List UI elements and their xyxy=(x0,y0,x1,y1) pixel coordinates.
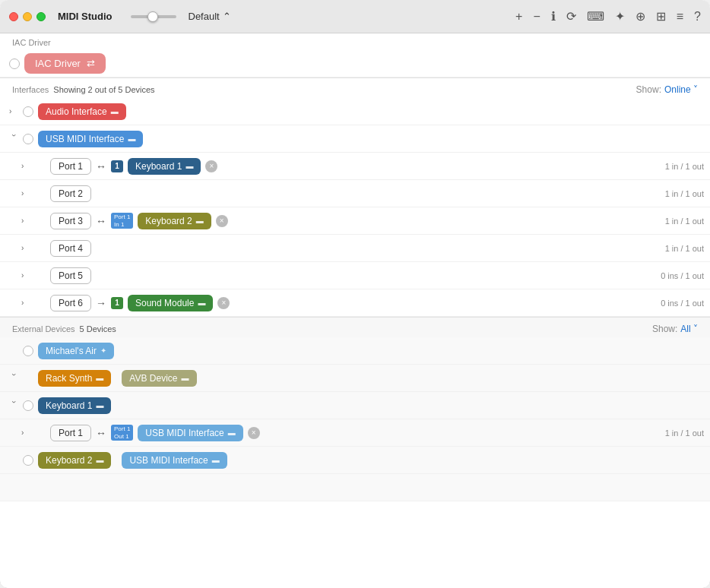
keyboard1-external-chevron[interactable]: › xyxy=(10,401,18,410)
keyboard2-toggle[interactable] xyxy=(23,455,33,466)
audio-interface-icon: ▬ xyxy=(111,107,119,115)
audio-interface-label: Audio Interface xyxy=(46,106,107,117)
usb-midi-kb2-badge[interactable]: USB MIDI Interface ▬ xyxy=(122,452,227,469)
rack-synth-chevron[interactable]: › xyxy=(10,374,18,383)
iac-driver-toggle[interactable] xyxy=(9,58,20,69)
port1-chevron[interactable]: › xyxy=(21,162,30,170)
help-icon[interactable]: ? xyxy=(694,10,701,24)
interfaces-label: Interfaces xyxy=(12,85,49,94)
audio-interface-toggle[interactable] xyxy=(23,106,33,117)
keyboard2-label: Keyboard 2 xyxy=(145,216,192,226)
port4-io: 1 in / 1 out xyxy=(665,244,704,253)
keyboard1-badge[interactable]: Keyboard 1 ▬ xyxy=(128,158,201,175)
audio-interface-badge[interactable]: Audio Interface ▬ xyxy=(38,103,126,120)
maximize-button[interactable] xyxy=(36,12,46,21)
iac-driver-badge[interactable]: IAC Driver ⇄ xyxy=(24,53,106,74)
port3-arrow: ↔ xyxy=(96,215,106,227)
avb-device-badge[interactable]: AVB Device ▬ xyxy=(122,370,196,387)
keyboard-icon[interactable]: ⌨ xyxy=(587,9,604,24)
keyboard1-external-label: Keyboard 1 xyxy=(46,400,92,411)
port4-chevron[interactable]: › xyxy=(21,244,30,252)
grid-icon[interactable]: ⊞ xyxy=(656,9,666,24)
usb-midi-ext-badge[interactable]: USB MIDI Interface ▬ xyxy=(138,425,242,441)
preset-selector[interactable]: Default ⌃ xyxy=(189,11,231,22)
keyboard1-port1-io: 1 in / 1 out xyxy=(665,428,704,438)
port5-badge: Port 5 xyxy=(50,267,91,284)
rack-synth-label: Rack Synth xyxy=(46,373,92,384)
traffic-lights xyxy=(9,12,46,21)
rack-synth-row: › Rack Synth ▬ AVB Device ▬ xyxy=(0,365,710,392)
keyboard1-port1-remove-button[interactable]: × xyxy=(248,427,260,439)
usb-midi-ext-icon: ▬ xyxy=(228,428,236,437)
usb-midi-badge[interactable]: USB MIDI Interface ▬ xyxy=(38,131,143,147)
sync-icon[interactable]: ⟳ xyxy=(566,9,576,24)
sound-module-badge[interactable]: Sound Module ▬ xyxy=(128,295,213,311)
minus-icon[interactable]: − xyxy=(533,10,540,24)
port5-chevron[interactable]: › xyxy=(21,271,30,280)
port6-label: Port 6 xyxy=(59,298,83,308)
port6-remove-button[interactable]: × xyxy=(217,297,230,309)
titlebar: MIDI Studio Default ⌃ + − ℹ ⟳ ⌨ ✦ ⊕ ⊞ ≡ … xyxy=(0,0,710,33)
usb-midi-label: USB MIDI Interface xyxy=(46,134,124,144)
keyboard1-num: 1 xyxy=(111,160,123,172)
port2-label: Port 2 xyxy=(59,188,83,199)
keyboard1-external-row: › Keyboard 1 ▬ xyxy=(0,392,710,419)
add-icon[interactable]: + xyxy=(515,10,522,24)
keyboard1-external-icon: ▬ xyxy=(96,401,103,409)
usb-midi-icon: ▬ xyxy=(128,134,135,143)
bottom-partial-row xyxy=(0,474,710,501)
port6-io: 0 ins / 1 out xyxy=(661,299,704,308)
keyboard1-port1-chevron[interactable]: › xyxy=(21,428,30,437)
minimize-button[interactable] xyxy=(23,12,32,21)
usb-midi-toggle[interactable] xyxy=(23,134,33,144)
usb-midi-chevron[interactable]: › xyxy=(10,134,18,144)
sound-module-icon: ▬ xyxy=(198,299,205,307)
interfaces-show-value[interactable]: Online ˅ xyxy=(664,84,698,95)
chevron-down-icon: ⌃ xyxy=(223,11,231,22)
iac-driver-section-header: IAC Driver xyxy=(0,33,710,50)
port2-chevron[interactable]: › xyxy=(21,189,30,198)
toolbar-icons: + − ℹ ⟳ ⌨ ✦ ⊕ ⊞ ≡ ? xyxy=(515,9,701,24)
michaels-air-toggle[interactable] xyxy=(23,346,33,356)
keyboard2-badge[interactable]: Keyboard 2 ▬ xyxy=(138,213,211,229)
keyboard1-external-toggle[interactable] xyxy=(23,400,33,411)
keyboard2-external-label: Keyboard 2 xyxy=(46,455,92,466)
avb-device-icon: ▬ xyxy=(182,374,189,382)
keyboard1-port1-conn-label: Port 1Out 1 xyxy=(111,425,133,441)
usb-midi-ext-label: USB MIDI Interface xyxy=(145,428,223,438)
interfaces-count: Showing 2 out of 5 Devices xyxy=(53,85,154,94)
iac-driver-label: IAC Driver xyxy=(35,58,81,69)
list-icon[interactable]: ≡ xyxy=(677,10,683,24)
port3-label: Port 3 xyxy=(59,216,83,226)
rack-synth-badge[interactable]: Rack Synth ▬ xyxy=(38,370,111,387)
rack-synth-icon: ▬ xyxy=(96,374,103,382)
port3-remove-button[interactable]: × xyxy=(216,215,228,227)
external-devices-label: External Devices xyxy=(12,324,75,334)
external-show-value[interactable]: All ˅ xyxy=(680,324,698,334)
info-icon[interactable]: ℹ xyxy=(551,9,556,24)
port1-io: 1 in / 1 out xyxy=(665,162,704,171)
port3-chevron[interactable]: › xyxy=(21,217,30,225)
usb-midi-kb2-label: USB MIDI Interface xyxy=(129,455,208,466)
port2-row: › Port 2 1 in / 1 out xyxy=(0,180,710,207)
close-button[interactable] xyxy=(9,12,18,21)
michaels-air-badge[interactable]: Michael's Air ✦ xyxy=(38,343,114,359)
main-window: MIDI Studio Default ⌃ + − ℹ ⟳ ⌨ ✦ ⊕ ⊞ ≡ … xyxy=(0,0,710,588)
content-area: IAC Driver IAC Driver ⇄ Interfaces Showi… xyxy=(0,33,710,588)
audio-interface-chevron[interactable]: › xyxy=(9,107,18,115)
keyboard1-port1-arrow: ↔ xyxy=(96,427,106,439)
michaels-air-label: Michael's Air xyxy=(46,346,97,356)
keyboard2-external-badge[interactable]: Keyboard 2 ▬ xyxy=(38,452,111,469)
port1-remove-button[interactable]: × xyxy=(205,160,217,172)
port4-row: › Port 4 1 in / 1 out xyxy=(0,235,710,262)
port6-chevron[interactable]: › xyxy=(21,299,30,307)
external-devices-section-header: External Devices 5 Devices Show: All ˅ xyxy=(0,318,710,337)
port3-conn-label: Port 1In 1 xyxy=(111,213,133,229)
globe-icon[interactable]: ⊕ xyxy=(636,9,645,24)
keyboard1-external-badge[interactable]: Keyboard 1 ▬ xyxy=(38,397,111,414)
port1-badge: Port 1 xyxy=(50,158,91,175)
keyboard1-port1-badge: Port 1 xyxy=(50,425,91,441)
zoom-slider[interactable] xyxy=(131,15,176,18)
bluetooth-icon[interactable]: ✦ xyxy=(615,9,625,24)
sound-module-num: 1 xyxy=(111,297,123,309)
